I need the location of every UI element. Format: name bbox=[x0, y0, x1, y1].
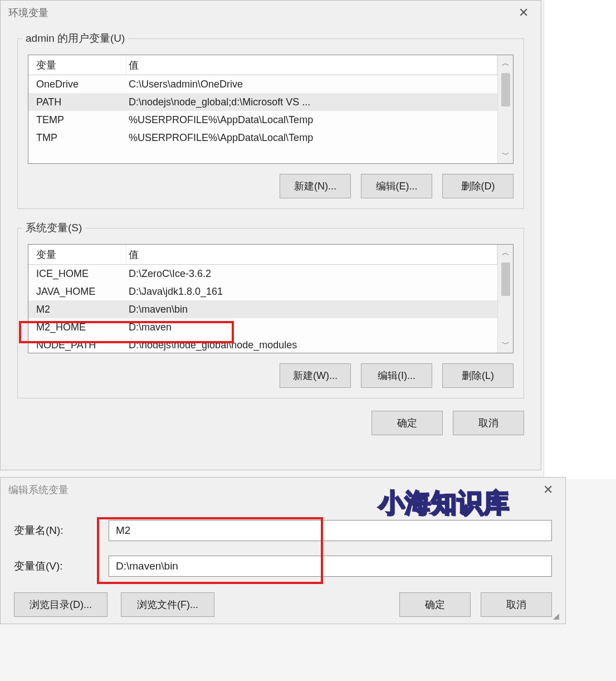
browse-directory-button[interactable]: 浏览目录(D)... bbox=[14, 592, 107, 617]
system-variables-label: 系统变量(S) bbox=[22, 221, 85, 235]
close-icon[interactable]: ✕ bbox=[539, 481, 558, 498]
scrollbar[interactable]: ︿ ﹀ bbox=[497, 245, 513, 353]
scroll-thumb[interactable] bbox=[501, 73, 510, 106]
chevron-up-icon[interactable]: ︿ bbox=[502, 245, 510, 261]
cell-value: D:\Java\jdk1.8.0_161 bbox=[126, 286, 497, 298]
table-row[interactable]: TEMP%USERPROFILE%\AppData\Local\Temp bbox=[28, 111, 497, 129]
delete-sys-var-button[interactable]: 删除(L) bbox=[442, 363, 514, 388]
cell-variable: JAVA_HOME bbox=[28, 286, 126, 298]
scroll-thumb[interactable] bbox=[501, 262, 510, 296]
system-variables-table[interactable]: 变量 值 ICE_HOMED:\ZeroC\Ice-3.6.2JAVA_HOME… bbox=[28, 244, 514, 353]
scrollbar[interactable]: ︿ ﹀ bbox=[497, 55, 513, 163]
chevron-down-icon[interactable]: ﹀ bbox=[502, 336, 510, 353]
cell-value: C:\Users\admin\OneDrive bbox=[126, 79, 497, 90]
variable-name-label: 变量名(N): bbox=[14, 523, 109, 538]
cancel-button[interactable]: 取消 bbox=[481, 592, 552, 617]
new-user-var-button[interactable]: 新建(N)... bbox=[280, 174, 351, 198]
ok-button[interactable]: 确定 bbox=[399, 592, 471, 617]
cell-variable: OneDrive bbox=[28, 79, 126, 90]
user-variables-table[interactable]: 变量 值 OneDriveC:\Users\admin\OneDrivePATH… bbox=[28, 55, 514, 164]
table-header: 变量 值 bbox=[28, 55, 497, 75]
cell-variable: PATH bbox=[28, 96, 126, 108]
cell-value: D:\maven bbox=[126, 322, 497, 333]
titlebar: 环境变量 ✕ bbox=[1, 1, 541, 25]
cell-variable: TMP bbox=[28, 132, 126, 144]
cell-variable: NODE_PATH bbox=[28, 339, 126, 351]
edit-sys-var-button[interactable]: 编辑(I)... bbox=[361, 363, 432, 388]
cancel-button[interactable]: 取消 bbox=[453, 411, 524, 435]
column-variable[interactable]: 变量 bbox=[28, 245, 126, 264]
table-row[interactable]: M2_HOMED:\maven bbox=[28, 318, 497, 336]
environment-variables-dialog: 环境变量 ✕ admin 的用户变量(U) 变量 值 OneDriveC:\Us… bbox=[0, 0, 541, 470]
table-row[interactable]: M2D:\maven\bin bbox=[28, 300, 497, 318]
column-value[interactable]: 值 bbox=[126, 245, 497, 264]
table-row[interactable]: NODE_PATHD:\nodejs\node_global\node_modu… bbox=[28, 336, 497, 353]
user-variables-group: admin 的用户变量(U) 变量 值 OneDriveC:\Users\adm… bbox=[17, 38, 524, 209]
cell-value: D:\ZeroC\Ice-3.6.2 bbox=[126, 268, 497, 280]
variable-value-input[interactable] bbox=[109, 556, 552, 577]
column-variable[interactable]: 变量 bbox=[28, 55, 126, 75]
cell-value: %USERPROFILE%\AppData\Local\Temp bbox=[126, 132, 497, 144]
variable-name-input[interactable] bbox=[109, 520, 552, 541]
table-row[interactable]: OneDriveC:\Users\admin\OneDrive bbox=[28, 75, 497, 93]
close-icon[interactable]: ✕ bbox=[514, 4, 533, 21]
table-row[interactable]: PATHD:\nodejs\node_global;d:\Microsoft V… bbox=[28, 93, 497, 111]
variable-value-row: 变量值(V): bbox=[1, 552, 565, 580]
cell-variable: TEMP bbox=[28, 114, 126, 126]
edit-user-var-button[interactable]: 编辑(E)... bbox=[361, 174, 432, 198]
table-row[interactable]: ICE_HOMED:\ZeroC\Ice-3.6.2 bbox=[28, 265, 497, 283]
chevron-up-icon[interactable]: ︿ bbox=[502, 55, 510, 72]
cell-value: D:\nodejs\node_global;d:\Microsoft VS ..… bbox=[126, 96, 497, 108]
column-value[interactable]: 值 bbox=[126, 55, 497, 75]
table-row[interactable]: TMP%USERPROFILE%\AppData\Local\Temp bbox=[28, 129, 497, 147]
browse-file-button[interactable]: 浏览文件(F)... bbox=[121, 592, 214, 617]
cell-value: %USERPROFILE%\AppData\Local\Temp bbox=[126, 114, 497, 126]
resize-grip-icon[interactable]: ◢ bbox=[553, 611, 563, 621]
variable-value-label: 变量值(V): bbox=[14, 559, 109, 573]
variable-name-row: 变量名(N): bbox=[1, 517, 565, 544]
dialog-title: 编辑系统变量 bbox=[8, 483, 69, 497]
ok-button[interactable]: 确定 bbox=[371, 411, 443, 435]
user-variables-label: admin 的用户变量(U) bbox=[22, 31, 128, 46]
system-variables-group: 系统变量(S) 变量 值 ICE_HOMED:\ZeroC\Ice-3.6.2J… bbox=[17, 228, 524, 398]
chevron-down-icon[interactable]: ﹀ bbox=[502, 147, 510, 163]
cell-variable: M2 bbox=[28, 304, 126, 315]
cell-variable: M2_HOME bbox=[28, 322, 126, 333]
table-row[interactable]: JAVA_HOMED:\Java\jdk1.8.0_161 bbox=[28, 283, 497, 300]
cell-variable: ICE_HOME bbox=[28, 268, 126, 280]
cell-value: D:\maven\bin bbox=[126, 304, 497, 315]
delete-user-var-button[interactable]: 删除(D) bbox=[442, 174, 514, 198]
dialog-title: 环境变量 bbox=[8, 6, 48, 20]
watermark-text: 小海知识库 bbox=[379, 486, 510, 521]
new-sys-var-button[interactable]: 新建(W)... bbox=[280, 363, 351, 388]
cell-value: D:\nodejs\node_global\node_modules bbox=[126, 339, 497, 351]
table-header: 变量 值 bbox=[28, 245, 497, 265]
